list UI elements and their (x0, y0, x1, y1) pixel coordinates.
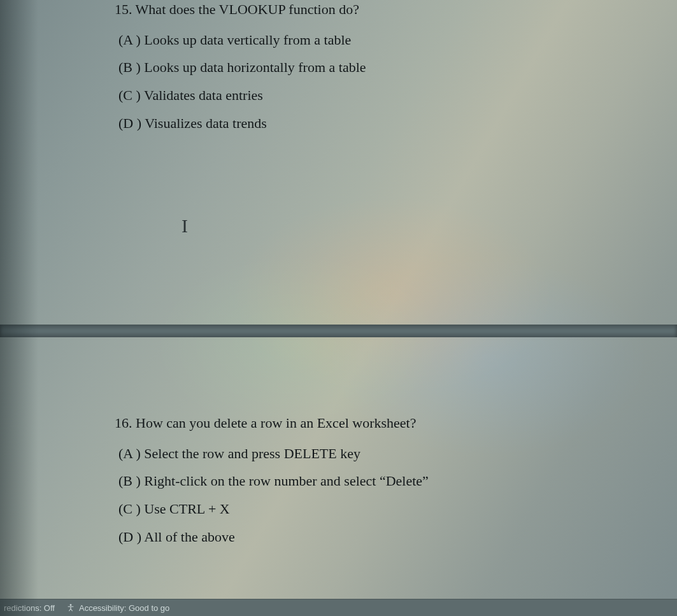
svg-point-0 (70, 604, 72, 606)
question-16-number: 16. (115, 415, 132, 431)
status-bar: redictions: Off Accessibility: Good to g… (0, 599, 677, 616)
question-15-prompt: What does the VLOOKUP function do? (136, 1, 359, 17)
status-predictions[interactable]: redictions: Off (4, 603, 55, 613)
status-accessibility[interactable]: Accessibility: Good to go (66, 603, 169, 613)
question-16-option-d: (D ) All of the above (118, 528, 652, 547)
question-15-option-c: (C ) Validates data entries (118, 86, 652, 105)
question-16-text: 16. How can you delete a row in an Excel… (115, 414, 652, 433)
question-15-text: 15. What does the VLOOKUP function do? (115, 0, 652, 19)
accessibility-icon (66, 603, 75, 612)
question-15-option-d: (D ) Visualizes data trends (118, 114, 652, 133)
text-cursor-icon: I (182, 215, 188, 237)
document-page-1[interactable]: 15. What does the VLOOKUP function do? (… (16, 0, 677, 325)
question-15-option-a: (A ) Looks up data vertically from a tab… (118, 31, 652, 50)
question-15-option-b: (B ) Looks up data horizontally from a t… (118, 58, 652, 77)
status-accessibility-label: Accessibility: Good to go (79, 603, 169, 613)
screen-viewport: 15. What does the VLOOKUP function do? (… (0, 0, 677, 616)
question-16-option-a: (A ) Select the row and press DELETE key (118, 444, 652, 463)
status-predictions-label: redictions: Off (4, 603, 55, 613)
question-16-prompt: How can you delete a row in an Excel wor… (136, 415, 416, 431)
document-page-2[interactable]: 16. How can you delete a row in an Excel… (16, 337, 677, 585)
question-16: 16. How can you delete a row in an Excel… (115, 414, 652, 555)
question-16-option-b: (B ) Right-click on the row number and s… (118, 472, 652, 491)
page-gap (0, 325, 677, 337)
question-15-number: 15. (115, 1, 132, 17)
question-15: 15. What does the VLOOKUP function do? (… (115, 0, 652, 141)
question-16-option-c: (C ) Use CTRL + X (118, 500, 652, 519)
